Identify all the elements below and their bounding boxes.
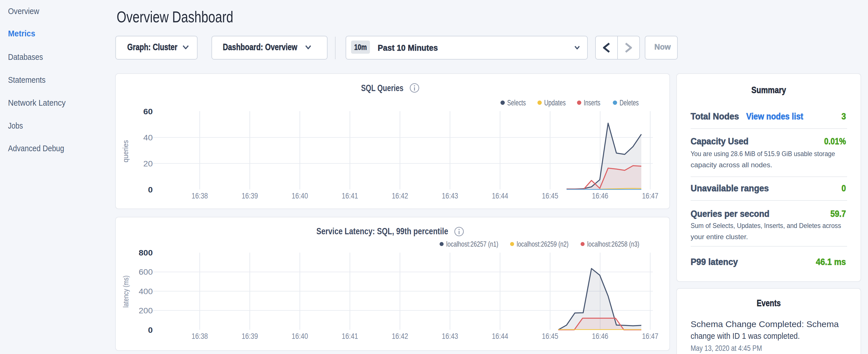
svg-text:Databases: Databases	[8, 53, 43, 62]
svg-text:Sum of Selects, Updates, Inser: Sum of Selects, Updates, Inserts, and De…	[691, 222, 841, 229]
svg-text:16:44: 16:44	[492, 191, 508, 200]
svg-text:16:44: 16:44	[492, 332, 508, 341]
svg-text:Advanced Debug: Advanced Debug	[8, 144, 64, 153]
svg-text:Capacity Used: Capacity Used	[691, 136, 748, 147]
svg-text:capacity across all nodes.: capacity across all nodes.	[691, 161, 772, 169]
svg-text:Events: Events	[757, 298, 781, 308]
svg-text:Statements: Statements	[8, 75, 45, 85]
svg-text:Total Nodes: Total Nodes	[691, 111, 739, 122]
svg-text:16:45: 16:45	[542, 332, 558, 341]
svg-text:localhost:26257 (n1): localhost:26257 (n1)	[446, 240, 498, 248]
svg-text:Graph: Cluster: Graph: Cluster	[127, 42, 177, 52]
svg-text:Overview Dashboard: Overview Dashboard	[117, 8, 233, 26]
svg-text:800: 800	[139, 248, 153, 257]
svg-text:16:42: 16:42	[392, 191, 408, 200]
svg-text:16:47: 16:47	[642, 191, 658, 200]
svg-text:latency (ms): latency (ms)	[122, 276, 130, 308]
svg-text:Unavailable ranges: Unavailable ranges	[691, 183, 769, 193]
svg-text:View nodes list: View nodes list	[746, 111, 803, 122]
svg-text:May 13, 2020 at 4:45 PM: May 13, 2020 at 4:45 PM	[691, 344, 762, 353]
svg-text:SQL Queries: SQL Queries	[361, 83, 403, 93]
svg-text:16:39: 16:39	[242, 191, 258, 200]
svg-text:localhost:26258 (n3): localhost:26258 (n3)	[587, 240, 639, 248]
svg-text:16:38: 16:38	[192, 191, 208, 200]
svg-text:0.01%: 0.01%	[824, 136, 846, 147]
svg-text:your entire cluster.: your entire cluster.	[691, 233, 748, 240]
svg-text:16:39: 16:39	[242, 332, 258, 341]
svg-text:600: 600	[139, 267, 153, 277]
svg-text:localhost:26259 (n2): localhost:26259 (n2)	[517, 240, 568, 248]
svg-text:16:41: 16:41	[342, 191, 358, 200]
svg-text:10m: 10m	[354, 43, 367, 52]
svg-text:16:43: 16:43	[442, 191, 458, 200]
svg-text:46.1 ms: 46.1 ms	[816, 257, 846, 267]
svg-text:16:47: 16:47	[642, 332, 658, 341]
svg-text:Summary: Summary	[751, 85, 786, 95]
svg-text:Queries per second: Queries per second	[691, 209, 769, 219]
svg-text:Now: Now	[654, 42, 671, 51]
svg-text:Jobs: Jobs	[8, 121, 23, 130]
svg-text:200: 200	[139, 306, 153, 315]
svg-text:16:43: 16:43	[442, 332, 458, 341]
svg-text:Deletes: Deletes	[620, 99, 639, 107]
svg-text:59.7: 59.7	[831, 209, 846, 219]
svg-text:16:42: 16:42	[392, 332, 408, 341]
svg-text:You are using 28.6 MiB of 515.: You are using 28.6 MiB of 515.9 GiB usab…	[691, 150, 835, 158]
svg-text:0: 0	[842, 183, 846, 193]
svg-text:40: 40	[143, 133, 153, 142]
svg-text:change with ID 1 was completed: change with ID 1 was completed.	[691, 331, 800, 341]
svg-text:0: 0	[148, 326, 153, 334]
svg-text:16:45: 16:45	[542, 191, 558, 200]
svg-text:0: 0	[148, 185, 153, 194]
svg-text:16:40: 16:40	[292, 332, 308, 341]
svg-text:P99 latency: P99 latency	[691, 257, 738, 267]
svg-text:16:38: 16:38	[192, 332, 208, 341]
svg-text:16:40: 16:40	[292, 191, 308, 200]
svg-text:16:41: 16:41	[342, 332, 358, 341]
svg-text:Service Latency: SQL, 99th per: Service Latency: SQL, 99th percentile	[316, 226, 448, 236]
svg-text:400: 400	[139, 287, 153, 296]
svg-text:3: 3	[842, 111, 846, 122]
svg-text:16:46: 16:46	[592, 332, 608, 341]
svg-text:Inserts: Inserts	[584, 99, 600, 107]
svg-text:16:46: 16:46	[592, 191, 608, 200]
svg-text:Overview: Overview	[8, 7, 39, 16]
svg-text:queries: queries	[121, 140, 130, 162]
svg-text:Metrics: Metrics	[8, 29, 35, 38]
svg-text:Updates: Updates	[544, 99, 566, 107]
svg-text:Schema Change Completed: Schem: Schema Change Completed: Schema	[691, 319, 839, 329]
svg-text:60: 60	[143, 107, 153, 116]
svg-text:Selects: Selects	[507, 99, 526, 107]
svg-text:Past 10 Minutes: Past 10 Minutes	[378, 43, 438, 53]
svg-text:20: 20	[143, 159, 153, 168]
svg-text:Network Latency: Network Latency	[8, 98, 66, 107]
svg-text:Dashboard: Overview: Dashboard: Overview	[223, 42, 298, 52]
